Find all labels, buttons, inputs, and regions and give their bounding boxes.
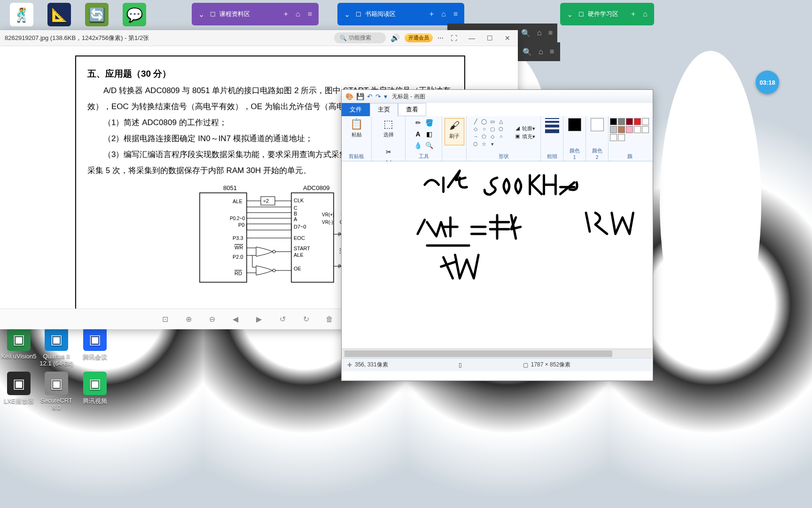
app-icon-yoga[interactable]: 🕺 — [3, 3, 40, 28]
tab-home[interactable]: 主页 — [370, 103, 398, 116]
tab-hardware-study[interactable]: ⌄ ☐ 硬件学习区 + ⌂ — [560, 3, 654, 25]
desktop-app-icon[interactable]: ▣腾讯会议 — [76, 327, 114, 361]
color-palette[interactable] — [610, 118, 649, 141]
svg-text:ALE: ALE — [233, 198, 242, 204]
search-icon[interactable]: 🔍 — [521, 29, 531, 38]
paint-titlebar[interactable]: 🎨 💾 ↶ ↷ ▾ 无标题 - 画图 — [342, 90, 653, 103]
toolbar-dark-lower: 🔍 ⌂ ≡ — [518, 42, 560, 61]
window-title: 8262919207.jpg (138.6KB，1242x756像素) - 第1… — [5, 34, 149, 42]
text-icon[interactable]: A — [414, 129, 423, 139]
speaker-icon[interactable]: 🔊 — [390, 33, 400, 42]
tab-view[interactable]: 查看 — [398, 103, 426, 116]
svg-marker-33 — [247, 224, 291, 230]
chevron-down-icon[interactable]: ⌄ — [342, 10, 352, 19]
menu-icon[interactable]: ≡ — [306, 10, 314, 18]
section-heading: 五、应用题（30 分） — [87, 65, 453, 83]
magnify-icon[interactable]: 🔍 — [425, 141, 434, 150]
paste-button[interactable]: 📋粘贴 — [347, 118, 367, 145]
svg-text:P0: P0 — [238, 222, 244, 228]
chevron-down-icon[interactable]: ⌄ — [196, 10, 206, 19]
desktop-app-icon[interactable]: ▣LXE播放器 — [0, 372, 38, 405]
paint-canvas[interactable] — [342, 161, 653, 349]
paint-window: 🎨 💾 ↶ ↷ ▾ 无标题 - 画图 文件 主页 查看 📋粘贴 剪贴板 ⬚选择 … — [341, 89, 653, 381]
new-tab-icon[interactable]: + — [282, 10, 290, 18]
fill-icon[interactable]: 🪣 — [425, 118, 434, 127]
picker-icon[interactable]: 💧 — [414, 141, 423, 150]
outline-dropdown[interactable]: ◢ 轮廓▾ — [515, 125, 535, 132]
search-input[interactable]: 🔍 功能搜索 — [334, 32, 386, 43]
svg-text:8051: 8051 — [223, 184, 237, 191]
desktop-app-icon[interactable]: ▣SecureCRT 8.0 — [38, 372, 75, 411]
app-icon-matlab[interactable]: 📐 — [40, 3, 78, 28]
search-icon: 🔍 — [340, 35, 347, 41]
close-icon[interactable]: ✕ — [502, 32, 513, 44]
fill-dropdown[interactable]: ▣ 填充▾ — [515, 133, 535, 140]
more-icon[interactable]: ⋯ — [437, 34, 444, 41]
zoom-in-icon[interactable]: ⊕ — [183, 314, 194, 325]
menu-icon[interactable]: ≡ — [550, 48, 554, 56]
desktop-app-icon[interactable]: ▣Quartus II 12.1 (64-Bit) — [38, 327, 75, 367]
minimize-icon[interactable]: — — [466, 32, 477, 44]
svg-text:C: C — [294, 205, 297, 211]
stroke-width-button[interactable] — [544, 118, 561, 133]
new-tab-icon[interactable]: + — [629, 10, 637, 18]
maximize-icon[interactable]: ☐ — [484, 32, 495, 44]
home-icon[interactable]: ⌂ — [439, 10, 448, 18]
menu-icon[interactable]: ≡ — [548, 29, 553, 37]
fit-icon[interactable]: ⊡ — [160, 314, 170, 325]
group-shapes: ╱◯▭△◇ ○▢⬡→⬠ ◇○⬡☆▾ ◢ 轮廓▾ ▣ 填充▾ 形状 — [467, 116, 541, 161]
new-tab-icon[interactable]: + — [428, 10, 436, 18]
tab-book-reading[interactable]: ⌄ ☐ 书籍阅读区 + ⌂ ≡ — [337, 3, 464, 25]
svg-text:WR: WR — [234, 245, 243, 250]
svg-text:VR(-): VR(-) — [322, 220, 333, 225]
svg-text:A: A — [294, 216, 297, 222]
undo-icon[interactable]: ↶ — [367, 93, 373, 100]
search-icon[interactable]: 🔍 — [523, 48, 532, 56]
vip-button[interactable]: 开通会员 — [405, 33, 433, 42]
svg-text:ADC0809: ADC0809 — [303, 184, 329, 191]
svg-text:B: B — [294, 211, 297, 216]
ribbon: 📋粘贴 剪贴板 ⬚选择 ✂ ⇲ 🔄 图像 ✏ 🪣 A ◧ 💧 🔍 — [342, 116, 653, 161]
zoom-out-icon[interactable]: ⊖ — [207, 314, 217, 325]
menu-icon[interactable]: ≡ — [452, 10, 460, 18]
app-icon-wechat[interactable]: 💬 — [116, 3, 153, 28]
group-color1: 颜色 1 — [563, 116, 586, 161]
desktop-app-icon[interactable]: ▣Keil uVision5 — [0, 327, 38, 360]
qat-dropdown-icon[interactable]: ▾ — [384, 93, 387, 100]
prev-icon[interactable]: ◀ — [230, 314, 241, 325]
shapes-gallery[interactable]: ╱◯▭△◇ ○▢⬡→⬠ ◇○⬡☆▾ — [472, 118, 512, 147]
rotate-left-icon[interactable]: ↺ — [277, 314, 288, 325]
tab-label: 硬件学习区 — [588, 10, 618, 18]
lock-icon: ☐ — [578, 11, 584, 18]
next-icon[interactable]: ▶ — [254, 314, 264, 325]
lock-icon: ☐ — [210, 11, 216, 18]
group-clipboard: 📋粘贴 剪贴板 — [342, 116, 372, 161]
paint-window-title: 无标题 - 画图 — [392, 93, 425, 101]
delete-icon[interactable]: 🗑 — [324, 314, 335, 325]
chevron-down-icon[interactable]: ⌄ — [565, 10, 575, 19]
svg-text:P3.3: P3.3 — [233, 235, 243, 241]
home-icon[interactable]: ⌂ — [537, 29, 542, 37]
home-icon[interactable]: ⌂ — [641, 10, 649, 18]
fullscreen-icon[interactable]: ⛶ — [448, 32, 460, 44]
redo-icon[interactable]: ↷ — [375, 93, 381, 100]
pencil-icon[interactable]: ✏ — [414, 118, 423, 127]
group-palette: 颜 — [609, 116, 651, 161]
horizontal-scrollbar[interactable] — [342, 349, 653, 358]
canvas-size: 1787 × 852像素 — [531, 361, 570, 369]
save-icon[interactable]: 💾 — [356, 93, 364, 100]
tab-course-materials[interactable]: ⌄ ☐ 课程资料区 + ⌂ ≡ — [192, 3, 319, 25]
crop-icon[interactable]: ✂ — [384, 147, 393, 157]
timer-badge[interactable]: 03:18 — [756, 71, 779, 94]
rotate-right-icon[interactable]: ↻ — [301, 314, 311, 325]
tab-file[interactable]: 文件 — [342, 103, 370, 116]
app-icon-shortcut[interactable]: 🔄 — [78, 3, 116, 28]
home-icon[interactable]: ⌂ — [294, 10, 302, 18]
desktop-app-icon[interactable]: ▣腾讯视频 — [76, 372, 114, 405]
select-button[interactable]: ⬚选择 — [379, 118, 398, 145]
brush-button[interactable]: 🖌刷子 — [445, 118, 464, 145]
color1-swatch[interactable] — [568, 118, 581, 131]
home-icon[interactable]: ⌂ — [539, 48, 543, 56]
color2-swatch[interactable] — [591, 118, 604, 131]
eraser-icon[interactable]: ◧ — [425, 129, 434, 139]
